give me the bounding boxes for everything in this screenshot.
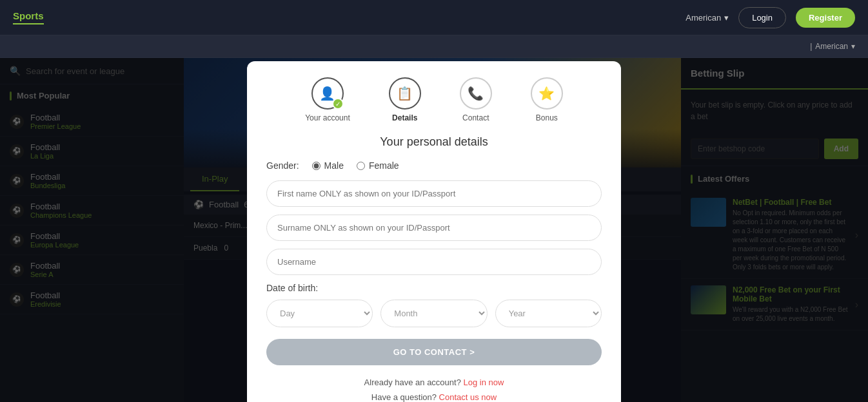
step-your-account: 👤 ✓ Your account: [305, 77, 350, 122]
modal-footer: Already have an account? Log in now Have…: [266, 375, 602, 402]
login-now-link[interactable]: Log in now: [464, 378, 504, 387]
gender-male-option[interactable]: Male: [312, 160, 344, 171]
have-question-row: Have a question? Contact us now: [266, 390, 602, 402]
step-bonus: ⭐ Bonus: [531, 77, 563, 122]
gender-female-radio[interactable]: [357, 162, 365, 170]
dob-row: Day Month Year: [266, 300, 602, 327]
dob-label: Date of birth:: [266, 283, 602, 293]
already-account-text: Already have an account?: [364, 378, 461, 387]
first-name-input[interactable]: [266, 180, 602, 207]
step-icon-account: 👤 ✓: [311, 77, 344, 110]
main-layout: 🔍 Search for event or league Most Popula…: [0, 58, 868, 402]
dob-year-select[interactable]: Year: [495, 300, 602, 327]
language-label: American: [686, 13, 721, 23]
sub-header: | American ▾: [0, 35, 868, 58]
header-right: American ▾ Login Register: [686, 7, 855, 28]
dob-day-select[interactable]: Day: [266, 300, 373, 327]
header-nav: Sports: [13, 10, 44, 24]
surname-input[interactable]: [266, 215, 602, 241]
sub-header-right: | American ▾: [810, 42, 855, 51]
step-label-contact: Contact: [462, 113, 489, 122]
register-button[interactable]: Register: [796, 8, 855, 28]
step-icon-contact: 📞: [460, 77, 492, 110]
gender-label: Gender:: [266, 160, 299, 171]
step-icon-details: 📋: [389, 77, 421, 110]
step-contact: 📞 Contact: [460, 77, 492, 122]
step-label-details: Details: [392, 113, 417, 122]
chevron-down-icon: ▾: [724, 13, 729, 23]
male-label: Male: [324, 160, 344, 171]
details-icon: 📋: [397, 86, 413, 101]
language-selector[interactable]: American ▾: [686, 13, 729, 23]
step-check-icon: ✓: [332, 98, 344, 110]
female-label: Female: [369, 160, 399, 171]
step-details: 📋 Details: [389, 77, 421, 122]
gender-male-radio[interactable]: [312, 162, 321, 170]
step-label-bonus: Bonus: [536, 113, 558, 122]
bonus-icon: ⭐: [538, 86, 555, 101]
separator: |: [810, 42, 812, 51]
contact-us-link[interactable]: Contact us now: [439, 392, 497, 402]
username-input[interactable]: [266, 249, 602, 275]
go-to-contact-button[interactable]: GO TO CONTACT >: [266, 339, 602, 365]
step-label-account: Your account: [305, 113, 350, 122]
dob-month-select[interactable]: Month: [380, 300, 487, 327]
account-icon: 👤: [319, 86, 335, 101]
contact-icon: 📞: [468, 86, 484, 101]
sports-nav-item[interactable]: Sports: [13, 10, 44, 24]
language-sub: American: [815, 42, 848, 51]
registration-steps: 👤 ✓ Your account 📋 Details 📞 Contact: [266, 77, 602, 122]
modal-overlay: 👤 ✓ Your account 📋 Details 📞 Contact: [0, 58, 868, 402]
step-icon-bonus: ⭐: [531, 77, 563, 110]
modal-title: Your personal details: [266, 135, 602, 149]
registration-modal: 👤 ✓ Your account 📋 Details 📞 Contact: [247, 61, 621, 402]
have-question-text: Have a question?: [371, 392, 437, 402]
login-button[interactable]: Login: [738, 7, 786, 28]
chevron-down-icon-sub: ▾: [851, 42, 855, 51]
gender-row: Gender: Male Female: [266, 160, 602, 171]
already-account-row: Already have an account? Log in now: [266, 375, 602, 390]
gender-female-option[interactable]: Female: [357, 160, 399, 171]
header: Sports American ▾ Login Register: [0, 0, 868, 35]
